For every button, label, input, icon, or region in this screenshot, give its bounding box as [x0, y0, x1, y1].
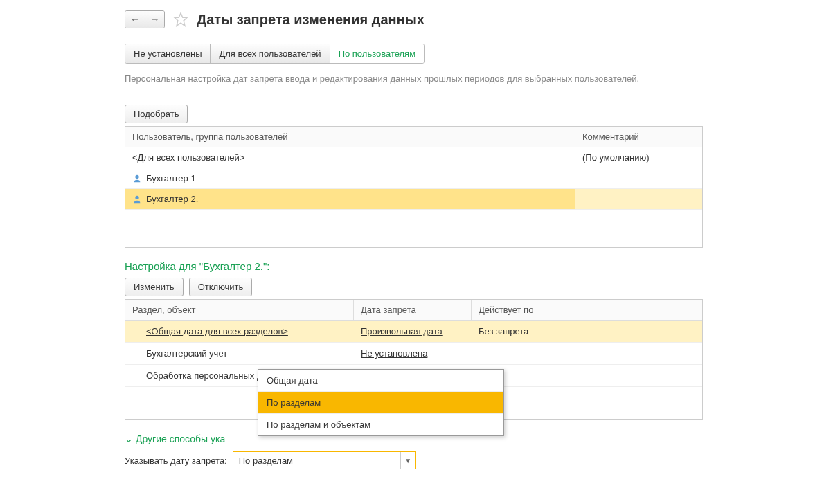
dropdown-popup: Общая дата По разделам По разделам и объ…: [258, 369, 504, 436]
table-row[interactable]: Бухгалтер 1: [125, 168, 702, 189]
users-table: Пользователь, группа пользователей Комме…: [125, 126, 703, 248]
other-ways-label: Другие способы ука: [136, 433, 225, 444]
tab-by-users[interactable]: По пользователям: [330, 44, 424, 63]
settings-section-title: Настройка для "Бухгалтер 2.":: [125, 260, 831, 272]
sections-col-section: Раздел, объект: [125, 300, 354, 320]
nav-buttons: ← →: [125, 10, 165, 28]
tabs: Не установлены Для всех пользователей По…: [125, 44, 425, 64]
tab-for-all-users[interactable]: Для всех пользователей: [211, 44, 330, 63]
user-icon: [132, 195, 142, 204]
date-cell: Произвольная дата: [354, 321, 472, 342]
users-table-col-comment: Комментарий: [575, 127, 702, 147]
sections-col-date: Дата запрета: [354, 300, 472, 320]
user-label: <Для всех пользователей>: [132, 152, 244, 163]
section-cell: <Общая дата для всех разделов>: [125, 321, 354, 342]
table-row[interactable]: Бухгалтерский учет Не установлена: [125, 343, 702, 365]
valid-cell: [472, 365, 702, 386]
user-icon: [132, 174, 142, 183]
nav-back-button[interactable]: ←: [125, 11, 145, 28]
svg-marker-0: [175, 13, 187, 26]
comment-cell: (По умолчанию): [575, 147, 702, 168]
page-title: Даты запрета изменения данных: [197, 12, 425, 28]
dropdown-item[interactable]: По разделам: [258, 392, 503, 414]
tab-not-set[interactable]: Не установлены: [125, 44, 211, 63]
users-table-col-user: Пользователь, группа пользователей: [125, 127, 575, 147]
comment-cell: [575, 189, 702, 209]
sections-table: Раздел, объект Дата запрета Действует по…: [125, 299, 703, 420]
chevron-down-icon[interactable]: ▼: [400, 452, 416, 469]
table-row[interactable]: <Для всех пользователей> (По умолчанию): [125, 147, 702, 168]
description-text: Персональная настройка дат запрета ввода…: [125, 73, 831, 84]
favorite-star-icon[interactable]: [173, 12, 188, 27]
specify-label: Указывать дату запрета:: [125, 456, 227, 466]
specify-select-value: По разделам: [233, 456, 400, 466]
valid-cell: [472, 343, 702, 364]
comment-cell: [575, 168, 702, 188]
edit-button[interactable]: Изменить: [125, 278, 184, 296]
table-row[interactable]: Бухгалтер 2.: [125, 189, 702, 210]
svg-point-2: [135, 195, 138, 199]
svg-point-1: [135, 174, 138, 178]
sections-col-valid: Действует по: [472, 300, 702, 320]
valid-cell: Без запрета: [472, 321, 702, 342]
select-button[interactable]: Подобрать: [125, 105, 188, 123]
user-label: Бухгалтер 2.: [146, 194, 198, 204]
table-row[interactable]: <Общая дата для всех разделов> Произволь…: [125, 321, 702, 343]
dropdown-item[interactable]: По разделам и объектам: [258, 414, 503, 435]
date-cell: Не установлена: [354, 343, 472, 364]
disable-button[interactable]: Отключить: [189, 278, 253, 296]
dropdown-item[interactable]: Общая дата: [258, 370, 503, 392]
specify-select[interactable]: По разделам ▼: [233, 451, 416, 469]
user-label: Бухгалтер 1: [146, 173, 196, 183]
chevron-down-icon: ⌄: [125, 433, 133, 444]
section-cell: Бухгалтерский учет: [125, 343, 354, 364]
nav-forward-button[interactable]: →: [145, 11, 164, 28]
